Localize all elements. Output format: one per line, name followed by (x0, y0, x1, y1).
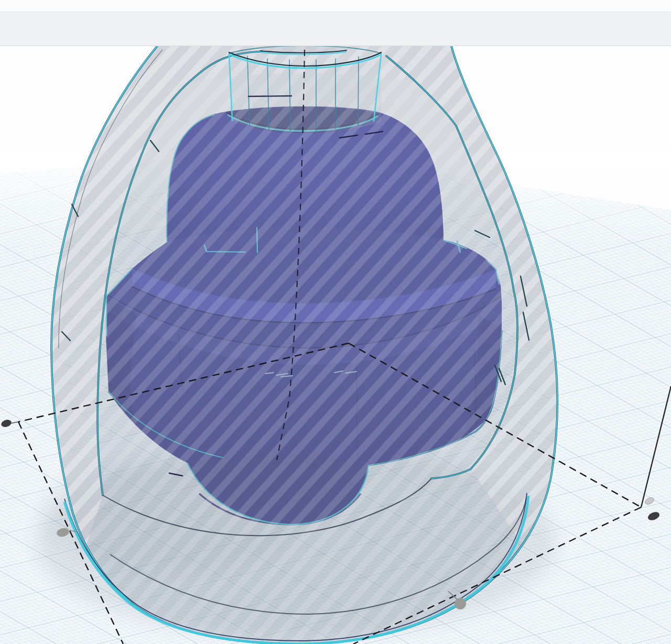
scene-canvas[interactable] (0, 46, 671, 644)
toolbar (0, 12, 671, 46)
menu-bar (0, 0, 671, 12)
application-window (0, 0, 671, 644)
hole-dome-shell[interactable] (51, 46, 557, 644)
handle-scale-front[interactable] (454, 598, 466, 609)
dimension-tick (248, 96, 291, 96)
viewport-3d[interactable] (0, 46, 671, 644)
